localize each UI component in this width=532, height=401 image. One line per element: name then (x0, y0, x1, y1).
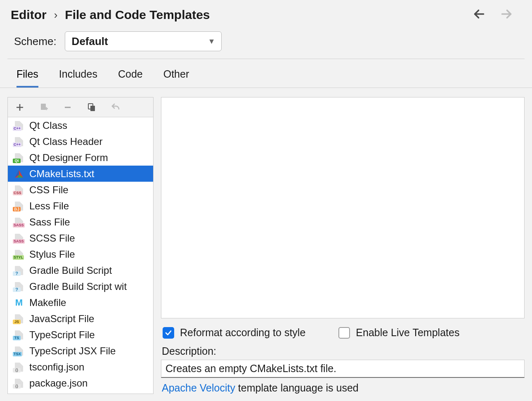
description-field[interactable]: Creates an empty CMakeLists.txt file. (161, 360, 525, 378)
breadcrumb: Editor › File and Code Templates (11, 8, 210, 22)
reformat-checkbox[interactable]: Reformat according to style (163, 327, 305, 339)
list-item-label: TypeScript File (29, 329, 95, 341)
list-item[interactable]: C++Qt Class (8, 117, 153, 133)
list-item-label: Makefile (29, 297, 66, 308)
list-item[interactable]: QtQt Designer Form (8, 149, 153, 166)
list-item[interactable]: {}package.json (8, 375, 153, 391)
file-icon: STYL (13, 249, 25, 259)
list-item[interactable]: ?Gradle Build Script (8, 262, 153, 278)
list-item-label: package.json (29, 377, 87, 389)
list-item-label: Qt Class (29, 120, 67, 131)
scheme-label: Scheme: (14, 35, 57, 48)
file-icon: {} (13, 362, 25, 372)
remove-icon[interactable] (62, 102, 73, 113)
file-icon: JS (13, 314, 25, 324)
list-item-label: tsconfig.json (29, 361, 84, 373)
breadcrumb-root[interactable]: Editor (11, 8, 47, 22)
tab-includes[interactable]: Includes (59, 68, 97, 88)
copy-icon[interactable] (86, 102, 97, 113)
list-item[interactable]: CMakeLists.txt (8, 166, 153, 182)
apache-velocity-link[interactable]: Apache Velocity (162, 382, 235, 394)
list-item-label: Gradle Build Script (29, 265, 112, 276)
file-icon: SASS (13, 217, 25, 227)
file-icon: C++ (13, 121, 25, 131)
tab-code[interactable]: Code (118, 68, 143, 88)
file-icon: TS (13, 330, 25, 340)
scheme-value: Default (72, 35, 108, 48)
list-item-label: CSS File (29, 184, 69, 196)
list-item[interactable]: TSTypeScript File (8, 327, 153, 343)
file-icon: {} (13, 378, 25, 388)
breadcrumb-page: File and Code Templates (65, 8, 210, 22)
file-icon: SASS (13, 233, 25, 243)
list-item[interactable]: CSSCSS File (8, 182, 153, 198)
file-icon: TSX (13, 346, 25, 356)
file-icon: ? (13, 266, 25, 275)
list-item-label: JavaScript File (29, 313, 94, 325)
list-item[interactable]: ?Gradle Build Script wit (8, 278, 153, 294)
file-icon (13, 169, 25, 179)
add-from-template-icon[interactable] (38, 102, 49, 113)
list-item-label: Qt Class Header (29, 136, 102, 147)
chevron-down-icon: ▼ (208, 37, 215, 46)
tab-other[interactable]: Other (163, 68, 189, 88)
list-item[interactable]: TSXTypeScript JSX File (8, 343, 153, 359)
reformat-label: Reformat according to style (180, 327, 305, 339)
list-item[interactable]: MMakefile (8, 294, 153, 311)
file-icon: C++ (13, 137, 25, 147)
template-language-hint: Apache Velocity template language is use… (161, 378, 525, 394)
list-item[interactable]: STYLStylus File (8, 246, 153, 262)
template-list[interactable]: C++Qt ClassC++Qt Class HeaderQtQt Design… (8, 117, 153, 394)
list-item-label: Less File (29, 200, 69, 212)
template-editor[interactable] (161, 97, 525, 318)
description-label: Description: (161, 343, 525, 360)
list-item[interactable]: {L}Less File (8, 198, 153, 214)
undo-icon[interactable] (110, 102, 121, 113)
list-item[interactable]: SASSSCSS File (8, 230, 153, 246)
svg-rect-2 (90, 106, 95, 111)
template-list-panel: C++Qt ClassC++Qt Class HeaderQtQt Design… (7, 97, 154, 394)
list-item[interactable]: {}tsconfig.json (8, 359, 153, 375)
forward-icon[interactable] (499, 7, 514, 23)
list-item-label: SCSS File (29, 233, 75, 244)
live-templates-checkbox[interactable]: Enable Live Templates (338, 327, 459, 339)
scheme-select[interactable]: Default ▼ (65, 31, 222, 51)
chevron-right-icon: › (54, 9, 58, 21)
add-icon[interactable] (14, 102, 25, 113)
list-item[interactable]: SASSSass File (8, 214, 153, 230)
list-item[interactable]: JSJavaScript File (8, 311, 153, 327)
file-icon: M (13, 298, 25, 308)
file-icon: ? (13, 282, 25, 292)
list-item-label: Stylus File (29, 249, 75, 260)
file-icon: CSS (13, 185, 25, 195)
list-item-label: Sass File (29, 216, 70, 228)
list-item-label: TypeScript JSX File (29, 345, 116, 357)
list-item-label: Qt Designer Form (29, 152, 108, 164)
list-item[interactable]: C++Qt Class Header (8, 133, 153, 149)
list-item-label: Gradle Build Script wit (29, 281, 127, 292)
file-icon: {L} (13, 201, 25, 211)
back-icon[interactable] (472, 7, 487, 23)
file-icon: Qt (13, 153, 25, 163)
tab-files[interactable]: Files (17, 68, 38, 88)
live-templates-label: Enable Live Templates (356, 327, 459, 339)
list-item-label: CMakeLists.txt (29, 168, 94, 180)
